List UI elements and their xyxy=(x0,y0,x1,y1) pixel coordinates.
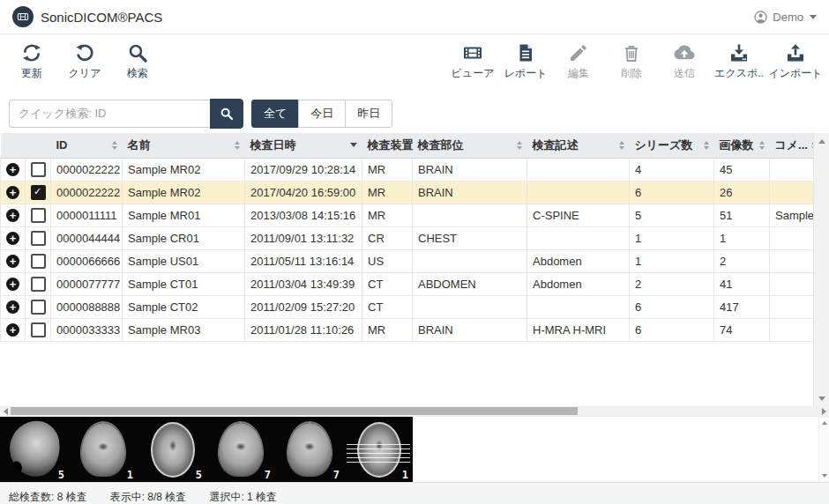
horizontal-scroll-thumb[interactable] xyxy=(11,407,578,415)
series-thumbnail[interactable]: 1 xyxy=(344,417,413,482)
study-row[interactable]: 0000022222Sample MR022017/09/29 10:28:14… xyxy=(1,158,814,181)
column-header-modality[interactable]: 検査装置 xyxy=(362,133,413,158)
cell-name: Sample US01 xyxy=(123,249,245,272)
export-button[interactable]: エクスポ.. xyxy=(713,41,766,83)
status-bar: 総検査数: 8 検査 表示中: 8/8 検査 選択中: 1 検査 xyxy=(0,482,829,504)
column-header-comment[interactable]: コメ... xyxy=(770,133,814,158)
cell-images: 45 xyxy=(714,158,770,181)
scroll-up-arrow[interactable] xyxy=(819,419,829,427)
cell-body_part xyxy=(413,295,527,318)
column-header-body_part[interactable]: 検査部位 xyxy=(413,133,527,158)
column-label: シリーズ数 xyxy=(635,137,693,153)
sort-both-icon xyxy=(517,141,522,150)
cell-name: Sample MR02 xyxy=(123,158,245,181)
mri-brain-image xyxy=(288,423,332,477)
cell-expand xyxy=(1,318,26,341)
study-row[interactable]: 0000011111Sample MR012013/03/08 14:15:16… xyxy=(1,204,814,226)
delete-button[interactable]: 削除 xyxy=(607,41,656,83)
filter-today-button[interactable]: 今日 xyxy=(298,100,346,128)
row-checkbox[interactable] xyxy=(31,162,46,177)
cell-datetime: 2011/01/28 11:10:26 xyxy=(245,318,362,341)
row-checkbox[interactable] xyxy=(31,322,46,337)
expand-row-button[interactable] xyxy=(6,278,19,291)
cell-images: 2 xyxy=(714,249,770,272)
expand-row-button[interactable] xyxy=(6,323,19,337)
row-checkbox[interactable] xyxy=(31,231,46,246)
export-download-icon xyxy=(728,42,750,63)
cell-images: 74 xyxy=(714,318,770,341)
column-header-series[interactable]: シリーズ数 xyxy=(630,133,714,158)
expand-row-button[interactable] xyxy=(6,255,19,268)
cell-id: 0000066666 xyxy=(51,249,123,272)
mri-brain-image xyxy=(7,419,63,479)
filter-yesterday-button[interactable]: 昨日 xyxy=(345,100,392,128)
expand-row-button[interactable] xyxy=(6,232,19,245)
scroll-down-arrow[interactable] xyxy=(819,471,829,480)
cell-expand xyxy=(1,226,26,249)
cloud-upload-icon xyxy=(674,42,695,63)
series-thumbnail[interactable]: 7 xyxy=(275,417,344,482)
cell-datetime: 2013/03/08 14:15:16 xyxy=(245,204,362,226)
column-label: 名前 xyxy=(128,137,151,153)
expand-row-button[interactable] xyxy=(6,300,19,314)
column-header-datetime[interactable]: 検査日時 xyxy=(245,133,362,158)
study-row[interactable]: 0000077777Sample CT012011/03/04 13:49:39… xyxy=(1,272,814,295)
row-checkbox[interactable] xyxy=(31,277,46,292)
row-checkbox[interactable] xyxy=(31,185,46,200)
row-checkbox[interactable] xyxy=(31,254,46,269)
cell-body_part: CHEST xyxy=(413,226,527,249)
cell-expand xyxy=(1,249,26,272)
cell-checkbox xyxy=(26,318,51,341)
study-row[interactable]: 0000066666Sample US012011/05/11 13:16:14… xyxy=(1,249,814,272)
series-thumbnail[interactable]: 7 xyxy=(206,417,275,482)
edit-button[interactable]: 編集 xyxy=(554,41,603,83)
scroll-up-arrow[interactable] xyxy=(814,135,829,147)
cell-series: 5 xyxy=(630,204,714,226)
expand-row-button[interactable] xyxy=(6,209,19,222)
cell-body_part: BRAIN xyxy=(413,181,527,204)
series-thumbnail[interactable]: 5 xyxy=(0,417,69,482)
column-header-images[interactable]: 画像数 xyxy=(714,133,770,158)
study-row[interactable]: 0000044444Sample CR012011/09/01 13:11:32… xyxy=(1,226,814,249)
cell-name: Sample MR03 xyxy=(123,318,245,341)
row-checkbox[interactable] xyxy=(31,300,46,315)
cell-description xyxy=(527,295,630,318)
cell-name: Sample CT02 xyxy=(123,295,245,318)
cell-series: 6 xyxy=(630,318,714,341)
table-vertical-scrollbar[interactable] xyxy=(813,133,829,406)
scroll-right-arrow[interactable] xyxy=(818,406,829,416)
import-button[interactable]: インポート xyxy=(769,41,822,83)
row-checkbox[interactable] xyxy=(31,208,46,223)
quick-search-input[interactable] xyxy=(9,100,210,128)
quick-search-submit-button[interactable] xyxy=(210,99,243,129)
viewer-button[interactable]: ビューア xyxy=(448,41,497,83)
column-header-name[interactable]: 名前 xyxy=(123,133,245,158)
scroll-down-arrow[interactable] xyxy=(814,392,829,404)
expand-row-button[interactable] xyxy=(6,163,19,176)
thumbnail-scrollbar[interactable] xyxy=(818,417,829,482)
cell-images: 26 xyxy=(714,181,770,204)
scroll-left-arrow[interactable] xyxy=(0,406,11,416)
filter-all-button[interactable]: 全て xyxy=(251,100,299,128)
refresh-button[interactable]: 更新 xyxy=(7,41,56,83)
user-menu[interactable]: Demo xyxy=(753,10,817,25)
expand-row-button[interactable] xyxy=(6,186,19,199)
study-row[interactable]: 0000088888Sample CT022011/02/09 15:27:20… xyxy=(1,295,814,318)
study-row[interactable]: 0000033333Sample MR032011/01/28 11:10:26… xyxy=(1,318,814,341)
cell-id: 0000022222 xyxy=(51,181,123,204)
search-icon xyxy=(127,42,148,63)
cell-id: 0000011111 xyxy=(51,204,123,226)
cell-body_part: ABDOMEN xyxy=(413,272,527,295)
column-header-id[interactable]: ID xyxy=(51,133,123,158)
cell-expand xyxy=(1,204,26,226)
series-thumbnail[interactable]: 1 xyxy=(69,417,138,482)
clear-button[interactable]: クリア xyxy=(60,41,109,83)
table-horizontal-scrollbar[interactable] xyxy=(0,406,829,416)
study-row[interactable]: 0000022222Sample MR022017/04/20 16:59:00… xyxy=(1,181,814,204)
cell-body_part: BRAIN xyxy=(413,158,527,181)
send-button[interactable]: 送信 xyxy=(660,41,709,83)
column-header-description[interactable]: 検査記述 xyxy=(527,133,630,158)
search-button[interactable]: 検索 xyxy=(113,41,162,83)
series-thumbnail[interactable]: 5 xyxy=(138,417,206,482)
report-button[interactable]: レポート xyxy=(501,41,550,83)
